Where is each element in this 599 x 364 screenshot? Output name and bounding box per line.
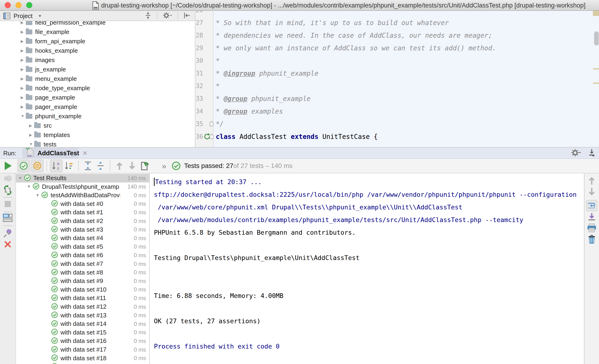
scroll-up-icon[interactable] xyxy=(588,176,596,186)
fold-marker-icon[interactable] xyxy=(209,133,214,140)
project-tree-item-images[interactable]: ▶images xyxy=(0,55,195,65)
collapse-all-icon[interactable] xyxy=(144,11,152,20)
test-tree-item[interactable]: with data set #80 ms xyxy=(16,268,149,277)
chevron-collapsed-icon[interactable]: ▶ xyxy=(21,48,26,53)
gear-icon[interactable] xyxy=(163,11,172,20)
chevron-expanded-icon[interactable]: ▼ xyxy=(27,184,33,189)
chevron-collapsed-icon[interactable]: ▶ xyxy=(21,76,26,81)
chevron-expanded-icon[interactable]: ▼ xyxy=(21,114,26,118)
editor[interactable]: 2627* So with that in mind, it's up to u… xyxy=(195,11,599,147)
test-tree-item[interactable]: with data set #40 ms xyxy=(16,234,149,242)
project-tree-item-js_example[interactable]: ▶js_example xyxy=(0,65,195,74)
gear-icon[interactable] xyxy=(571,149,582,158)
project-tree-item-file_example[interactable]: ▶file_example xyxy=(0,27,195,36)
project-tree-item-templates[interactable]: ▶templates xyxy=(0,130,195,140)
project-tree-item-form_api_example[interactable]: ▶form_api_example xyxy=(0,36,195,46)
rerun-failed-tests-icon[interactable] xyxy=(3,174,12,185)
hide-panel-icon[interactable] xyxy=(183,12,191,20)
test-tree-item[interactable]: with data set #00 ms xyxy=(16,200,149,208)
hide-run-panel-icon[interactable] xyxy=(588,149,596,158)
test-tree-item[interactable]: with data set #160 ms xyxy=(16,337,149,345)
run-tab-addclasstest[interactable]: php AddClassTest ✕ xyxy=(23,148,78,159)
editor-line-26[interactable]: 26 xyxy=(195,11,599,16)
test-tree-item[interactable]: with data set #110 ms xyxy=(16,294,149,302)
editor-line-31[interactable]: 31* @ingroup phpunit_example xyxy=(195,67,599,80)
project-tree-item-node_type_example[interactable]: ▶node_type_example xyxy=(0,83,195,93)
editor-scrollbar[interactable] xyxy=(594,31,599,45)
scroll-down-icon[interactable] xyxy=(588,187,596,197)
project-tree-item-hooks_example[interactable]: ▶hooks_example xyxy=(0,46,195,55)
chevron-collapsed-icon[interactable]: ▶ xyxy=(21,29,26,35)
test-tree-item[interactable]: with data set #190 ms xyxy=(16,362,149,364)
stop-icon[interactable] xyxy=(4,201,11,208)
zoom-window-button[interactable] xyxy=(26,2,32,8)
close-tab-icon[interactable]: ✕ xyxy=(82,150,88,157)
editor-line-34[interactable]: 34* @group examples xyxy=(195,105,599,118)
test-tree-item[interactable]: with data set #150 ms xyxy=(16,328,149,337)
chevron-collapsed-icon[interactable]: ▶ xyxy=(21,39,26,44)
test-tree-item[interactable]: ▼testAddWithBadDataProvid0 ms xyxy=(16,191,149,200)
project-tree-item-field_permission_example[interactable]: ▶field_permission_example xyxy=(0,21,195,27)
editor-line-29[interactable]: 29* we only want an instance of AddClass… xyxy=(195,42,599,54)
test-tree-item[interactable]: with data set #140 ms xyxy=(16,320,149,328)
project-tree-item-menu_example[interactable]: ▶menu_example xyxy=(0,74,195,83)
editor-line-30[interactable]: 30* xyxy=(195,54,599,67)
project-tree-item-page_example[interactable]: ▶page_example xyxy=(0,93,195,102)
clear-console-icon[interactable] xyxy=(588,235,596,245)
project-panel-header[interactable]: Project ▼ xyxy=(0,11,195,21)
editor-line-27[interactable]: 27* So with that in mind, it's up to us … xyxy=(195,16,599,29)
soft-wrap-toggle[interactable] xyxy=(586,200,597,211)
print-icon[interactable] xyxy=(587,223,596,233)
test-tree-item[interactable]: with data set #90 ms xyxy=(16,277,149,285)
run-console[interactable]: Testing started at 20:37 ...sftp://docke… xyxy=(149,173,584,364)
test-tree-item[interactable]: with data set #70 ms xyxy=(16,259,149,268)
more-actions-chevron[interactable]: » xyxy=(162,161,166,170)
chevron-expanded-icon[interactable]: ▼ xyxy=(18,176,24,181)
test-tree-item[interactable]: with data set #100 ms xyxy=(16,285,149,294)
chevron-expanded-icon[interactable]: ▼ xyxy=(35,193,41,198)
chevron-collapsed-icon[interactable]: ▶ xyxy=(29,133,34,137)
sort-by-duration-button[interactable] xyxy=(62,160,75,172)
chevron-expanded-icon[interactable]: ▼ xyxy=(29,142,34,147)
chevron-collapsed-icon[interactable]: ▶ xyxy=(21,21,26,25)
chevron-collapsed-icon[interactable]: ▶ xyxy=(29,123,34,128)
project-tree-item-pager_example[interactable]: ▶pager_example xyxy=(0,102,195,112)
collapse-all-button[interactable] xyxy=(94,160,107,172)
minimize-window-button[interactable] xyxy=(16,2,22,8)
project-tree-item-phpunit_example[interactable]: ▼phpunit_example xyxy=(0,112,195,121)
test-tree-item[interactable]: with data set #180 ms xyxy=(16,354,149,363)
previous-occurrence-button[interactable] xyxy=(113,160,126,172)
chevron-collapsed-icon[interactable]: ▶ xyxy=(21,58,26,62)
restore-layout-icon[interactable] xyxy=(3,214,13,223)
test-tree-item[interactable]: with data set #120 ms xyxy=(16,302,149,311)
test-tree-item[interactable]: with data set #60 ms xyxy=(16,251,149,259)
scroll-to-end-icon[interactable] xyxy=(588,213,596,222)
test-tree-item[interactable]: with data set #10 ms xyxy=(16,208,149,217)
chevron-collapsed-icon[interactable]: ▶ xyxy=(21,86,26,91)
close-window-button[interactable] xyxy=(5,2,11,8)
editor-line-28[interactable]: 28* dependencies we need. In the case of… xyxy=(195,29,599,42)
chevron-down-icon[interactable]: ▼ xyxy=(38,14,42,18)
test-tree-item[interactable]: with data set #50 ms xyxy=(16,242,149,251)
expand-all-button[interactable] xyxy=(81,160,94,172)
test-tree-item[interactable]: ▼Drupal\Tests\phpunit_examp140 ms xyxy=(16,182,149,191)
chevron-collapsed-icon[interactable]: ▶ xyxy=(21,105,26,109)
editor-line-33[interactable]: 33* @group phpunit_example xyxy=(195,92,599,105)
test-tree-item[interactable]: with data set #170 ms xyxy=(16,345,149,354)
project-tree-item-src[interactable]: ▶src xyxy=(0,121,195,130)
close-icon[interactable] xyxy=(4,240,12,249)
fold-marker-icon[interactable] xyxy=(209,121,214,127)
editor-line-36[interactable]: 36class AddClassTest extends UnitTestCas… xyxy=(195,130,599,143)
editor-line-32[interactable]: 32* xyxy=(195,80,599,92)
editor-line-35[interactable]: 35*/ xyxy=(195,118,599,130)
rerun-button[interactable] xyxy=(2,160,15,172)
test-tree-item[interactable]: with data set #130 ms xyxy=(16,311,149,320)
toggle-auto-test-icon[interactable] xyxy=(3,185,13,196)
show-passed-toggle[interactable] xyxy=(17,160,30,172)
project-tree-item-tests[interactable]: ▼tests xyxy=(0,140,195,148)
next-occurrence-button[interactable] xyxy=(126,160,139,172)
pin-icon[interactable] xyxy=(3,229,12,239)
chevron-collapsed-icon[interactable]: ▶ xyxy=(21,95,26,100)
test-tree-item[interactable]: ▼Test Results140 ms xyxy=(16,174,149,182)
show-ignored-toggle[interactable] xyxy=(31,160,44,172)
